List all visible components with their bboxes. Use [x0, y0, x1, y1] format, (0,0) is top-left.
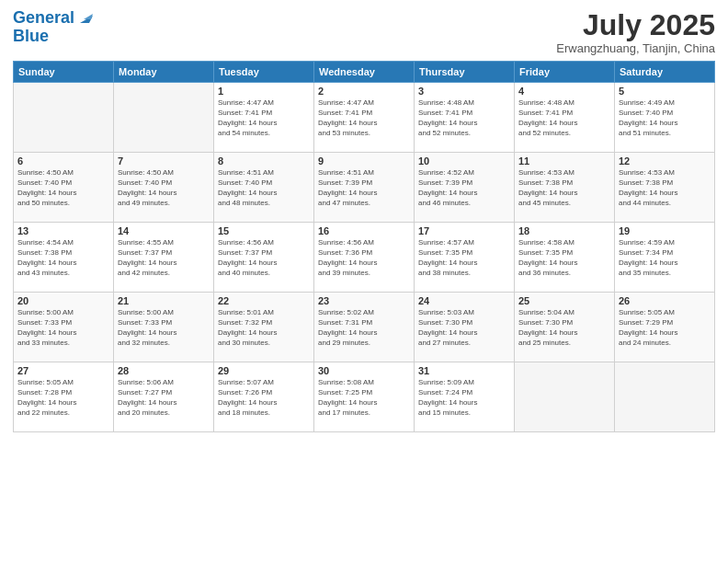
- calendar-cell: [515, 362, 615, 432]
- day-number: 6: [17, 155, 109, 167]
- day-number: 17: [418, 225, 510, 236]
- day-detail: Sunrise: 5:00 AM Sunset: 7:33 PM Dayligh…: [17, 308, 109, 348]
- day-detail: Sunrise: 4:58 AM Sunset: 7:35 PM Dayligh…: [518, 238, 610, 278]
- calendar-cell: 2Sunrise: 4:47 AM Sunset: 7:41 PM Daylig…: [314, 83, 415, 153]
- calendar-cell: 22Sunrise: 5:01 AM Sunset: 7:32 PM Dayli…: [214, 293, 314, 362]
- calendar-cell: 14Sunrise: 4:55 AM Sunset: 7:37 PM Dayli…: [114, 223, 214, 293]
- day-detail: Sunrise: 5:08 AM Sunset: 7:25 PM Dayligh…: [318, 378, 410, 418]
- calendar-cell: [114, 83, 214, 153]
- calendar-cell: 26Sunrise: 5:05 AM Sunset: 7:29 PM Dayli…: [615, 293, 715, 362]
- calendar-cell: 30Sunrise: 5:08 AM Sunset: 7:25 PM Dayli…: [314, 362, 415, 432]
- header: General Blue July 2025 Erwangzhuang, Tia…: [13, 9, 715, 55]
- calendar-cell: 23Sunrise: 5:02 AM Sunset: 7:31 PM Dayli…: [314, 293, 415, 362]
- day-number: 14: [118, 225, 210, 236]
- logo-text: General: [13, 9, 74, 28]
- day-detail: Sunrise: 4:57 AM Sunset: 7:35 PM Dayligh…: [418, 238, 510, 278]
- calendar-cell: 29Sunrise: 5:07 AM Sunset: 7:26 PM Dayli…: [214, 362, 314, 432]
- calendar-cell: 8Sunrise: 4:51 AM Sunset: 7:40 PM Daylig…: [214, 153, 314, 223]
- day-detail: Sunrise: 4:56 AM Sunset: 7:36 PM Dayligh…: [318, 238, 410, 278]
- weekday-header-sunday: Sunday: [14, 62, 114, 83]
- calendar-cell: 17Sunrise: 4:57 AM Sunset: 7:35 PM Dayli…: [415, 223, 515, 293]
- day-number: 31: [418, 365, 510, 376]
- calendar-cell: 20Sunrise: 5:00 AM Sunset: 7:33 PM Dayli…: [14, 293, 114, 362]
- calendar-table: SundayMondayTuesdayWednesdayThursdayFrid…: [13, 61, 715, 432]
- day-detail: Sunrise: 4:51 AM Sunset: 7:39 PM Dayligh…: [318, 168, 410, 208]
- day-number: 12: [619, 155, 711, 167]
- weekday-header-wednesday: Wednesday: [314, 62, 415, 83]
- day-number: 29: [218, 365, 310, 376]
- calendar-cell: 5Sunrise: 4:49 AM Sunset: 7:40 PM Daylig…: [615, 83, 715, 153]
- day-detail: Sunrise: 5:01 AM Sunset: 7:32 PM Dayligh…: [218, 308, 310, 348]
- day-detail: Sunrise: 4:53 AM Sunset: 7:38 PM Dayligh…: [619, 168, 711, 208]
- weekday-header-friday: Friday: [515, 62, 615, 83]
- location: Erwangzhuang, Tianjin, China: [556, 41, 715, 55]
- calendar-cell: 6Sunrise: 4:50 AM Sunset: 7:40 PM Daylig…: [14, 153, 114, 223]
- day-detail: Sunrise: 4:48 AM Sunset: 7:41 PM Dayligh…: [418, 98, 510, 138]
- weekday-header-tuesday: Tuesday: [214, 62, 314, 83]
- month-title: July 2025: [556, 9, 715, 41]
- day-number: 5: [619, 86, 711, 97]
- calendar-cell: 7Sunrise: 4:50 AM Sunset: 7:40 PM Daylig…: [114, 153, 214, 223]
- calendar-cell: [14, 83, 114, 153]
- day-detail: Sunrise: 4:55 AM Sunset: 7:37 PM Dayligh…: [118, 238, 210, 278]
- day-detail: Sunrise: 4:50 AM Sunset: 7:40 PM Dayligh…: [17, 168, 109, 208]
- logo-icon: [76, 6, 97, 27]
- day-number: 11: [518, 155, 610, 167]
- calendar-cell: 25Sunrise: 5:04 AM Sunset: 7:30 PM Dayli…: [515, 293, 615, 362]
- day-detail: Sunrise: 4:48 AM Sunset: 7:41 PM Dayligh…: [518, 98, 610, 138]
- day-number: 9: [318, 155, 410, 167]
- calendar-cell: 27Sunrise: 5:05 AM Sunset: 7:28 PM Dayli…: [14, 362, 114, 432]
- day-number: 21: [118, 295, 210, 306]
- day-detail: Sunrise: 4:52 AM Sunset: 7:39 PM Dayligh…: [418, 168, 510, 208]
- calendar-cell: 18Sunrise: 4:58 AM Sunset: 7:35 PM Dayli…: [515, 223, 615, 293]
- day-number: 15: [218, 225, 310, 236]
- day-number: 27: [17, 365, 109, 376]
- calendar-cell: 10Sunrise: 4:52 AM Sunset: 7:39 PM Dayli…: [415, 153, 515, 223]
- day-detail: Sunrise: 5:03 AM Sunset: 7:30 PM Dayligh…: [418, 308, 510, 348]
- day-number: 16: [318, 225, 410, 236]
- calendar-cell: 4Sunrise: 4:48 AM Sunset: 7:41 PM Daylig…: [515, 83, 615, 153]
- weekday-header-monday: Monday: [114, 62, 214, 83]
- day-detail: Sunrise: 5:07 AM Sunset: 7:26 PM Dayligh…: [218, 378, 310, 418]
- day-number: 1: [218, 86, 310, 97]
- logo: General Blue: [13, 9, 97, 46]
- day-detail: Sunrise: 4:59 AM Sunset: 7:34 PM Dayligh…: [619, 238, 711, 278]
- calendar-cell: 24Sunrise: 5:03 AM Sunset: 7:30 PM Dayli…: [415, 293, 515, 362]
- calendar-cell: 19Sunrise: 4:59 AM Sunset: 7:34 PM Dayli…: [615, 223, 715, 293]
- day-detail: Sunrise: 5:02 AM Sunset: 7:31 PM Dayligh…: [318, 308, 410, 348]
- day-number: 13: [17, 225, 109, 236]
- logo-blue: Blue: [13, 28, 97, 46]
- day-detail: Sunrise: 4:47 AM Sunset: 7:41 PM Dayligh…: [318, 98, 410, 138]
- weekday-header-thursday: Thursday: [415, 62, 515, 83]
- day-number: 19: [619, 225, 711, 236]
- day-detail: Sunrise: 5:00 AM Sunset: 7:33 PM Dayligh…: [118, 308, 210, 348]
- calendar-cell: 15Sunrise: 4:56 AM Sunset: 7:37 PM Dayli…: [214, 223, 314, 293]
- calendar-cell: 31Sunrise: 5:09 AM Sunset: 7:24 PM Dayli…: [415, 362, 515, 432]
- day-number: 8: [218, 155, 310, 167]
- day-number: 18: [518, 225, 610, 236]
- day-detail: Sunrise: 5:09 AM Sunset: 7:24 PM Dayligh…: [418, 378, 510, 418]
- calendar-cell: 11Sunrise: 4:53 AM Sunset: 7:38 PM Dayli…: [515, 153, 615, 223]
- day-detail: Sunrise: 4:50 AM Sunset: 7:40 PM Dayligh…: [118, 168, 210, 208]
- day-detail: Sunrise: 5:06 AM Sunset: 7:27 PM Dayligh…: [118, 378, 210, 418]
- calendar-cell: 1Sunrise: 4:47 AM Sunset: 7:41 PM Daylig…: [214, 83, 314, 153]
- day-detail: Sunrise: 4:47 AM Sunset: 7:41 PM Dayligh…: [218, 98, 310, 138]
- day-number: 2: [318, 86, 410, 97]
- day-detail: Sunrise: 4:54 AM Sunset: 7:38 PM Dayligh…: [17, 238, 109, 278]
- day-number: 3: [418, 86, 510, 97]
- calendar-cell: 28Sunrise: 5:06 AM Sunset: 7:27 PM Dayli…: [114, 362, 214, 432]
- calendar-cell: 16Sunrise: 4:56 AM Sunset: 7:36 PM Dayli…: [314, 223, 415, 293]
- calendar-cell: 9Sunrise: 4:51 AM Sunset: 7:39 PM Daylig…: [314, 153, 415, 223]
- calendar-cell: 13Sunrise: 4:54 AM Sunset: 7:38 PM Dayli…: [14, 223, 114, 293]
- day-detail: Sunrise: 5:04 AM Sunset: 7:30 PM Dayligh…: [518, 308, 610, 348]
- day-detail: Sunrise: 4:53 AM Sunset: 7:38 PM Dayligh…: [518, 168, 610, 208]
- svg-marker-1: [84, 14, 93, 19]
- calendar-cell: [615, 362, 715, 432]
- day-number: 26: [619, 295, 711, 306]
- day-detail: Sunrise: 4:56 AM Sunset: 7:37 PM Dayligh…: [218, 238, 310, 278]
- day-detail: Sunrise: 5:05 AM Sunset: 7:28 PM Dayligh…: [17, 378, 109, 418]
- calendar-cell: 12Sunrise: 4:53 AM Sunset: 7:38 PM Dayli…: [615, 153, 715, 223]
- weekday-header-saturday: Saturday: [615, 62, 715, 83]
- day-detail: Sunrise: 4:49 AM Sunset: 7:40 PM Dayligh…: [619, 98, 711, 138]
- day-number: 30: [318, 365, 410, 376]
